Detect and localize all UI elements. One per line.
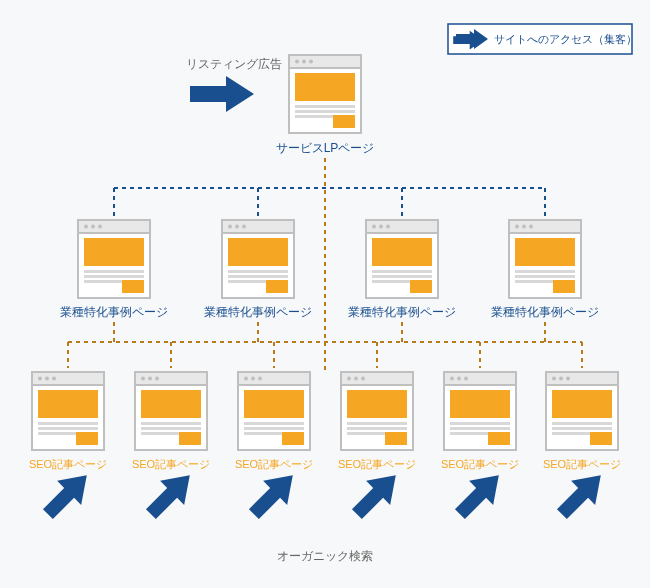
industry-page-icon [78,220,150,298]
seo-page-label: SEO記事ページ [132,458,210,470]
industry-page-label: 業種特化事例ページ [491,306,599,318]
organic-arrow-icon [550,463,613,526]
legend: サイトへのアクセス（集客） [448,24,637,54]
organic-arrow-icon [139,463,202,526]
seo-page-label: SEO記事ページ [338,458,416,470]
lp-page-icon [289,55,361,133]
seo-page-icon [135,372,207,450]
industry-page-icon [222,220,294,298]
organic-arrow-icon [345,463,408,526]
organic-arrow-icon [448,463,511,526]
industry-page-icon [509,220,581,298]
seo-page-label: SEO記事ページ [235,458,313,470]
seo-page-icon [238,372,310,450]
listing-ad-label: リスティング広告 [186,57,282,71]
organic-arrow-icon [242,463,305,526]
industry-page-label: 業種特化事例ページ [204,306,312,318]
industry-page-icon [366,220,438,298]
seo-page-label: SEO記事ページ [543,458,621,470]
organic-arrow-icon [36,463,99,526]
legend-label: サイトへのアクセス（集客） [494,33,637,45]
organic-search-label: オーガニック検索 [277,549,373,563]
seo-page-label: SEO記事ページ [441,458,519,470]
seo-page-icon [444,372,516,450]
site-structure-diagram: サイトへのアクセス（集客） リスティング広告 サービスLPページ 業種特化事例ペ… [0,0,650,588]
seo-page-icon [32,372,104,450]
lp-page-label: サービスLPページ [276,141,375,155]
listing-arrow-icon [190,76,254,112]
seo-page-icon [341,372,413,450]
seo-page-label: SEO記事ページ [29,458,107,470]
industry-page-label: 業種特化事例ページ [60,306,168,318]
seo-page-icon [546,372,618,450]
industry-page-label: 業種特化事例ページ [348,306,456,318]
